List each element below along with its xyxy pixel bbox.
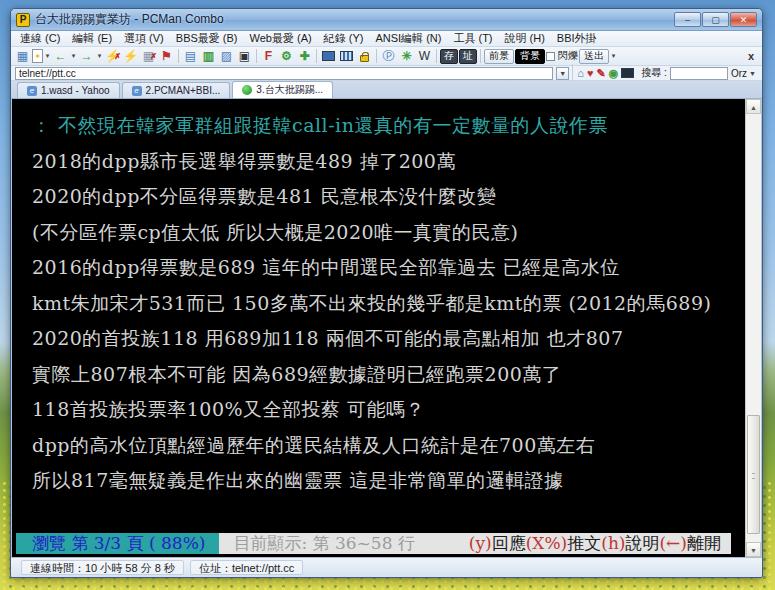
toolbar-separator [480, 49, 481, 63]
edit-icon[interactable]: ✎ [597, 67, 606, 80]
terminal-line: 所以817毫無疑義是作出來的幽靈票 這是非常簡單的邏輯證據 [32, 463, 739, 499]
tabbar: e 1.wasd - Yahoo e 2.PCMAN+BBI... 3.台大批踢… [11, 81, 762, 99]
menu-options[interactable]: 選項 (V) [119, 31, 169, 46]
browser-tab-icon: e [132, 86, 142, 96]
wikipedia-icon[interactable]: W [416, 48, 433, 64]
background-color-button[interactable]: 背景 [515, 49, 545, 64]
bbs-status-bar: 瀏覽 第 3/3 頁 ( 88%) 目前顯示: 第 36~58 行 (y)回應(… [16, 533, 731, 554]
menu-history[interactable]: 紀錄 (Y) [319, 31, 369, 46]
back-dropdown-icon[interactable]: ▾ [70, 52, 77, 60]
paste-icon[interactable]: ▨ [218, 48, 235, 64]
terminal-line: 2020的首投族118 用689加118 兩個不可能的最高點相加 也才807 [32, 321, 739, 357]
key-hint: (←) [659, 533, 687, 553]
toolbar-separator [436, 49, 437, 63]
address-input[interactable] [15, 67, 553, 80]
blink-checkbox[interactable] [546, 52, 555, 61]
minimize-button[interactable]: ‒ [674, 12, 701, 27]
statusbar: 連線時間：10 小時 58 分 8 秒 位址：telnet://ptt.cc [11, 557, 762, 577]
terminal-line: 2018的dpp縣市長選舉得票數是489 掉了200萬 [32, 144, 739, 180]
grid-screen-icon[interactable] [338, 48, 355, 64]
bbs-key-hints: (y)回應(X%)推文(h)說明(←)離開 [469, 533, 721, 554]
bookmark-icon[interactable]: ⚑ [158, 48, 175, 64]
key-hint: 說明 [625, 533, 659, 553]
terminal-line: 2016的dpp得票數是689 這年的中間選民全部靠過去 已經是高水位 [32, 250, 739, 286]
terminal-line: kmt朱加宋才531而已 150多萬不出來投的幾乎都是kmt的票 (2012的馬… [32, 286, 739, 322]
pcman-logo-icon[interactable]: Ⓟ [380, 48, 397, 64]
terminal-line: dpp的高水位頂點經過歷年的選民結構及人口統計是在700萬左右 [32, 428, 739, 464]
key-hint: 推文 [567, 533, 601, 553]
search-dropdown-icon[interactable]: ▼ [749, 70, 756, 77]
terminal[interactable]: ： 不然現在韓家軍群組跟挺韓call-in還真的有一定數量的人說作票 2018的… [12, 99, 745, 557]
fit-window-icon[interactable]: ✚ [296, 48, 313, 64]
terminal-line: 2020的dpp不分區得票數是481 民意根本没什麼改變 [32, 179, 739, 215]
tab-label: 1.wasd - Yahoo [41, 85, 110, 96]
save-screen-button[interactable]: 存 [440, 49, 458, 64]
address-dropdown-icon[interactable]: ▼ [556, 67, 569, 80]
menu-tools[interactable]: 工具 (T) [448, 31, 497, 46]
menu-web-favorites[interactable]: Web最愛 (A) [245, 31, 317, 46]
copy-ansi-icon[interactable]: ▥ [200, 48, 217, 64]
key-hint: 離開 [687, 533, 721, 553]
menu-ansi-edit[interactable]: ANSI編輯 (N) [370, 31, 446, 46]
telnet-screen-icon[interactable] [320, 48, 337, 64]
plugin-flower-icon[interactable]: ✳ [398, 48, 415, 64]
new-connection-icon[interactable]: ✶ [32, 49, 43, 63]
home-icon[interactable]: ⌂ [577, 67, 584, 80]
font-icon[interactable]: F [260, 48, 277, 64]
site-list-icon[interactable]: ▦ [14, 48, 31, 64]
settings-gear-icon[interactable]: ⚙ [278, 48, 295, 64]
terminal-text: ： 不然現在韓家軍群組跟挺韓call-in還真的有一定數量的人說作票 2018的… [12, 99, 745, 533]
terminal-line: (不分區作票cp值太低 所以大概是2020唯一真實的民意) [32, 215, 739, 251]
favorite-icon[interactable]: ♥ [587, 67, 594, 80]
close-connection-icon[interactable]: ▦ [140, 48, 157, 64]
key-hint: (X%) [526, 533, 568, 553]
tab-ptt-active[interactable]: 3.台大批踢踢... [232, 81, 333, 98]
new-connection-dropdown-icon[interactable]: ▾ [44, 52, 51, 60]
back-icon[interactable]: ← [52, 48, 69, 64]
forward-icon[interactable]: → [78, 48, 95, 64]
window-title: 台大批踢踢實業坊 - PCMan Combo [35, 11, 669, 28]
menu-connect[interactable]: 連線 (C) [15, 31, 65, 46]
screen-capture-icon[interactable]: ▣ [236, 48, 253, 64]
connection-time: 連線時間：10 小時 58 分 8 秒 [21, 560, 184, 575]
search-label: 搜尋 : [641, 66, 667, 80]
addressbar: ▼ ⌂ ♥ ✎ ◉ 搜尋 : Orz ▼ [11, 66, 762, 81]
foreground-color-button[interactable]: 前景 [484, 49, 514, 64]
reconnect-icon[interactable]: ⚡ [122, 48, 139, 64]
disconnect-icon[interactable]: ⚡ [104, 48, 121, 64]
bbs-browse-status: 瀏覽 第 3/3 頁 ( 88%) [16, 533, 219, 554]
scrollbar[interactable]: ▲ ▼ [745, 99, 761, 557]
send-dropdown-icon[interactable]: ▾ [610, 52, 617, 60]
terminal-line: 實際上807根本不可能 因為689經數據證明已經跑票200萬了 [32, 357, 739, 393]
terminal-line: 118首投族投票率100%又全部投蔡 可能嗎？ [32, 392, 739, 428]
close-button[interactable]: ✕ [730, 12, 757, 27]
tab-yahoo[interactable]: e 1.wasd - Yahoo [17, 82, 120, 98]
send-button[interactable]: 送出 [579, 49, 609, 64]
scroll-down-icon[interactable]: ▼ [746, 542, 761, 557]
search-engine-label: Orz [731, 68, 747, 79]
menu-bbs-favorites[interactable]: BBS最愛 (B) [171, 31, 243, 46]
search-input[interactable] [670, 67, 728, 80]
toolbar-separator [376, 49, 377, 63]
scrollbar-thumb[interactable] [747, 415, 760, 534]
copy-icon[interactable]: ▤ [182, 48, 199, 64]
menu-edit[interactable]: 編輯 (E) [67, 31, 117, 46]
maximize-button[interactable]: ▢ [702, 12, 729, 27]
address-list-button[interactable]: 址 [459, 49, 477, 64]
key-hint: 回應 [492, 533, 526, 553]
toolbar-close-icon[interactable]: x [743, 50, 759, 62]
toolbar-separator [178, 49, 179, 63]
scroll-up-icon[interactable]: ▲ [746, 99, 761, 114]
lock-icon[interactable] [356, 48, 373, 64]
screen-small-icon[interactable] [621, 64, 634, 82]
titlebar[interactable]: P 台大批踢踢實業坊 - PCMan Combo ‒ ▢ ✕ [11, 9, 762, 31]
globe-icon[interactable]: ◉ [609, 67, 619, 80]
pcman-window: P 台大批踢踢實業坊 - PCMan Combo ‒ ▢ ✕ 連線 (C) 編輯… [10, 8, 763, 578]
menu-help[interactable]: 說明 (H) [500, 31, 550, 46]
bbs-tab-icon [242, 85, 252, 95]
forward-dropdown-icon[interactable]: ▾ [96, 52, 103, 60]
app-icon: P [16, 13, 30, 27]
toolbar-separator [316, 49, 317, 63]
menu-bbi-plugin[interactable]: BBI外掛 [552, 31, 602, 46]
tab-pcman-bbi[interactable]: e 2.PCMAN+BBI... [122, 82, 231, 98]
